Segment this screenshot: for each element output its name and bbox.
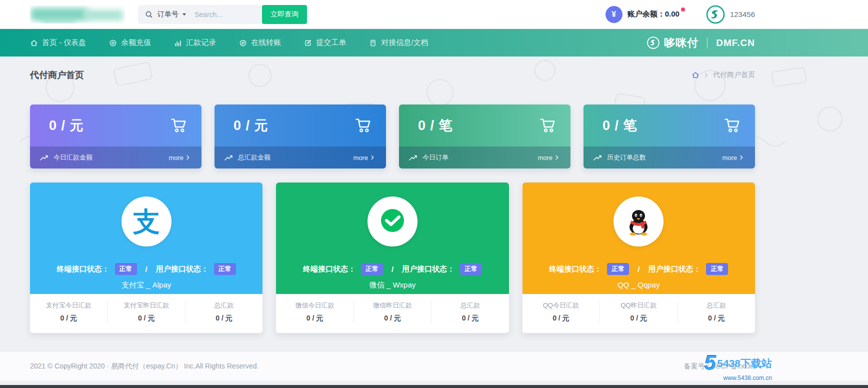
stat-col-value: 0 / 元 (354, 314, 431, 323)
user-status-badge: 正常 (214, 263, 236, 275)
stat-label: 今日汇款金额 (54, 153, 92, 162)
wechat-icon (376, 206, 408, 238)
account-balance: ¥ 账户余额：0.00 (606, 6, 680, 23)
stat-col-value: 0 / 元 (678, 314, 755, 323)
alipay-channel-name: 支付宝 _ Alpay (122, 280, 171, 290)
wechat-stats: 微信今日汇款 0 / 元 微信昨日汇款 0 / 元 总汇款 0 / 元 (276, 294, 508, 333)
alipay-panel: 支 终端接口状态： 正常 / 用户接口状态： 正常 支付宝 _ Alpay (30, 182, 262, 294)
terminal-status-badge: 正常 (361, 263, 383, 275)
alipay-logo-circle: 支 (122, 196, 172, 246)
nav-item-docs[interactable]: 对接信息/文档 (369, 38, 428, 48)
status-separator: / (638, 265, 640, 274)
cart-icon (354, 116, 372, 134)
cart-icon (170, 116, 188, 134)
more-label: more (538, 154, 552, 162)
balance-value: 0.00 (665, 10, 680, 18)
order-search: 订单号 立即查询 (138, 5, 307, 24)
stat-card-total-remit-amount: 0 / 元 总汇款金额 more (214, 104, 386, 168)
search-input[interactable] (194, 10, 255, 18)
stat-col: QQ昨日汇款 0 / 元 (600, 301, 678, 323)
more-link[interactable]: more (538, 154, 558, 162)
nav-item-dashboard[interactable]: 首页 - 仪表盘 (30, 38, 86, 48)
qq-logo-circle (614, 196, 664, 246)
qq-stats: QQ今日汇款 0 / 元 QQ昨日汇款 0 / 元 总汇款 0 / 元 (522, 294, 755, 333)
brand-divider (707, 38, 708, 48)
nav-item-recharge[interactable]: 余额充值 (109, 38, 151, 48)
stat-label: 总汇款金额 (238, 153, 270, 162)
user-status-label: 用户接口状态： (648, 264, 700, 274)
breadcrumb-current: 代付商户首页 (713, 70, 755, 80)
stat-col-value: 0 / 元 (432, 314, 508, 323)
stat-value: 0 / 笔 (418, 116, 453, 134)
terminal-status-label: 终端接口状态： (57, 264, 110, 274)
more-label: more (722, 154, 737, 162)
merchant-logo-blurred (30, 6, 125, 24)
more-link[interactable]: more (722, 154, 743, 162)
stat-footer: 总汇款金额 more (214, 146, 386, 168)
chevron-right-icon (186, 155, 190, 160)
topbar-right: ¥ 账户余额：0.00 123456 (606, 4, 755, 24)
nav-label: 首页 - 仪表盘 (42, 38, 86, 48)
wechat-status-line: 终端接口状态： 正常 / 用户接口状态： 正常 (303, 263, 482, 275)
nav-item-remit-records[interactable]: 汇款记录 (174, 38, 216, 48)
payment-card-qq: 终端接口状态： 正常 / 用户接口状态： 正常 QQ _ Qqpay QQ今日汇… (522, 182, 755, 333)
search-category-dropdown[interactable]: 订单号 (153, 10, 186, 19)
cart-icon (538, 116, 556, 134)
stat-col-label: 支付宝昨日汇款 (108, 301, 184, 310)
username: 123456 (730, 10, 755, 18)
nav-label: 余额充值 (121, 38, 151, 48)
stat-col: 总汇款 0 / 元 (186, 301, 262, 323)
search-submit-button[interactable]: 立即查询 (262, 5, 307, 24)
status-separator: / (146, 265, 148, 274)
brand-avatar-icon (706, 4, 726, 24)
search-icon (145, 10, 153, 18)
nav-label: 在线转账 (251, 38, 281, 48)
stat-footer: 今日汇款金额 more (30, 146, 202, 168)
breadcrumb-home-icon[interactable] (692, 71, 700, 79)
nav-item-online-transfer[interactable]: 在线转账 (239, 38, 281, 48)
stat-col: 支付宝昨日汇款 0 / 元 (108, 301, 185, 323)
terminal-status-badge: 正常 (115, 263, 137, 275)
stat-col-value: 0 / 元 (186, 314, 262, 323)
user-menu[interactable]: 123456 (706, 4, 755, 24)
trending-up-icon (594, 154, 602, 161)
stat-col-label: 支付宝今日汇款 (30, 301, 107, 310)
more-link[interactable]: more (353, 154, 374, 162)
stat-col: 总汇款 0 / 元 (678, 301, 755, 323)
brand-name: 哆咪付 (664, 36, 698, 50)
more-link[interactable]: more (168, 154, 190, 162)
stat-main: 0 / 笔 (399, 104, 570, 146)
nav-item-submit-ticket[interactable]: 提交工单 (304, 38, 346, 48)
wechat-channel-name: 微信 _ Wxpay (370, 280, 416, 290)
status-separator: / (392, 265, 394, 274)
site-watermark: 5 5438下载站 www.5438.com.cn (704, 352, 772, 381)
stat-col-label: QQ今日汇款 (522, 301, 600, 310)
payment-card-row: 支 终端接口状态： 正常 / 用户接口状态： 正常 支付宝 _ Alpay 支付… (30, 182, 755, 333)
watermark-title: 5438下载站 (717, 358, 772, 368)
qq-channel-name: QQ _ Qqpay (618, 280, 660, 289)
search-box: 订单号 (138, 5, 262, 24)
stat-card-row: 0 / 元 今日汇款金额 more 0 / 元 总汇款金额 more 0 / 笔 (30, 104, 755, 168)
stat-col-label: QQ昨日汇款 (600, 301, 677, 310)
main-content: 代付商户首页 代付商户首页 0 / 元 今日汇款金额 more 0 / 元 (0, 56, 868, 333)
stat-col: 总汇款 0 / 元 (432, 301, 508, 323)
stat-main: 0 / 元 (30, 104, 202, 146)
breadcrumb: 代付商户首页 (692, 70, 755, 80)
stat-col: 微信今日汇款 0 / 元 (276, 301, 354, 323)
user-status-badge: 正常 (460, 263, 482, 275)
stat-value: 0 / 元 (49, 116, 84, 134)
user-status-label: 用户接口状态： (156, 264, 208, 274)
stat-col-value: 0 / 元 (276, 314, 353, 323)
bottom-window-edge (0, 385, 868, 388)
stat-col: 微信昨日汇款 0 / 元 (354, 301, 432, 323)
stat-col-label: 微信今日汇款 (276, 301, 353, 310)
terminal-status-label: 终端接口状态： (549, 264, 602, 274)
copyright-text: 2021 © CopyRight 2020 · 易商代付（espay.Cn） I… (30, 362, 258, 371)
chevron-right-icon (704, 72, 708, 78)
nav-label: 对接信息/文档 (381, 38, 428, 48)
qq-penguin-icon (622, 206, 654, 238)
stat-col: QQ今日汇款 0 / 元 (522, 301, 600, 323)
page-head: 代付商户首页 代付商户首页 (30, 56, 755, 94)
stat-card-today-orders: 0 / 笔 今日订单 more (399, 104, 570, 168)
brand-domain: DMF.CN (716, 38, 755, 48)
